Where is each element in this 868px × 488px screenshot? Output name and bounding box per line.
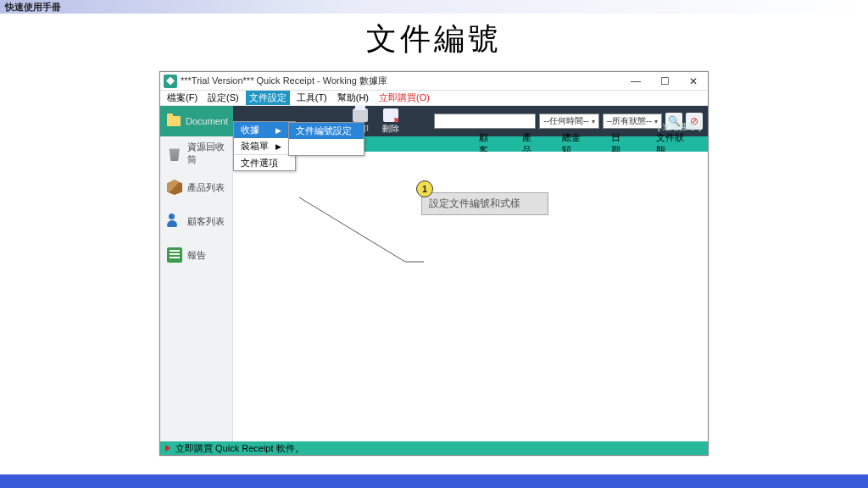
app-window: ***Trial Version*** Quick Receipt - Work…: [159, 71, 709, 456]
maximize-button[interactable]: ☐: [650, 72, 679, 91]
statusbar-text[interactable]: 立即購買 Quick Receipt 軟件。: [175, 442, 304, 455]
time-filter[interactable]: --任何時間--: [539, 114, 598, 129]
report-icon: [167, 247, 182, 263]
menu-settings[interactable]: 設定(S): [204, 91, 242, 105]
delete-button[interactable]: 刪除: [376, 106, 406, 136]
submenu-numbering[interactable]: 文件編號設定: [289, 123, 364, 139]
window-title: ***Trial Version*** Quick Receipt - Work…: [181, 75, 387, 87]
doc-settings-dropdown: 收據▶ 文件編號設定 設計 裝箱單▶ 文件選項: [233, 121, 296, 171]
person-icon: [167, 214, 182, 229]
sidebar-current[interactable]: Document: [160, 106, 233, 136]
manual-header: 快速使用手冊: [0, 0, 868, 14]
trash-icon: [167, 146, 182, 161]
delete-icon: [383, 108, 398, 122]
app-icon: [164, 75, 177, 88]
sidebar-customers[interactable]: 顧客列表: [160, 204, 232, 238]
sidebar-reports-label: 報告: [187, 249, 206, 262]
sidebar-products[interactable]: 產品列表: [160, 170, 232, 204]
page-title: 文件編號: [0, 19, 868, 60]
statusbar: 立即購買 Quick Receipt 軟件。: [160, 441, 708, 455]
sidebar-products-label: 產品列表: [187, 181, 225, 194]
dropdown-options[interactable]: 文件選項: [234, 154, 295, 170]
menu-file[interactable]: 檔案(F): [164, 91, 201, 105]
callout-text: 設定文件編號和式樣: [421, 192, 548, 215]
box-icon: [167, 180, 182, 195]
close-button[interactable]: ✕: [679, 72, 708, 91]
menu-doc-settings[interactable]: 文件設定: [246, 91, 290, 105]
search-input[interactable]: [434, 114, 536, 129]
sidebar-customers-label: 顧客列表: [187, 215, 225, 228]
dropdown-receipt[interactable]: 收據▶ 文件編號設定 設計: [234, 122, 295, 138]
play-icon: [165, 445, 170, 452]
callout: 設定文件編號和式樣 1: [421, 192, 548, 215]
menu-tools[interactable]: 工具(T): [293, 91, 331, 105]
titlebar: ***Trial Version*** Quick Receipt - Work…: [160, 72, 708, 91]
page-footer-bar: [0, 474, 868, 488]
minimize-button[interactable]: —: [621, 72, 650, 91]
sidebar-recycle[interactable]: 資源回收筒: [160, 136, 232, 170]
delete-label: 刪除: [382, 123, 399, 135]
sidebar-current-label: Document: [186, 116, 228, 126]
dropdown-packing[interactable]: 裝箱單▶: [234, 138, 295, 154]
menubar: 檔案(F) 設定(S) 文件設定 工具(T) 幫助(H) 立即購買(O): [160, 91, 708, 106]
folder-icon: [167, 116, 181, 126]
sidebar: 資源回收筒 產品列表 顧客列表 報告: [160, 136, 233, 441]
window-controls: — ☐ ✕: [621, 72, 708, 91]
receipt-submenu: 文件編號設定 設計: [288, 122, 364, 156]
submenu-design[interactable]: 設計: [289, 139, 364, 155]
callout-number: 1: [416, 180, 433, 197]
menu-buy[interactable]: 立即購買(O): [376, 91, 433, 105]
sidebar-recycle-label: 資源回收筒: [187, 141, 233, 166]
sidebar-reports[interactable]: 報告: [160, 238, 232, 272]
status-filter[interactable]: --所有狀態--: [603, 114, 662, 129]
printer-icon: [353, 108, 368, 122]
menu-help[interactable]: 幫助(H): [334, 91, 372, 105]
